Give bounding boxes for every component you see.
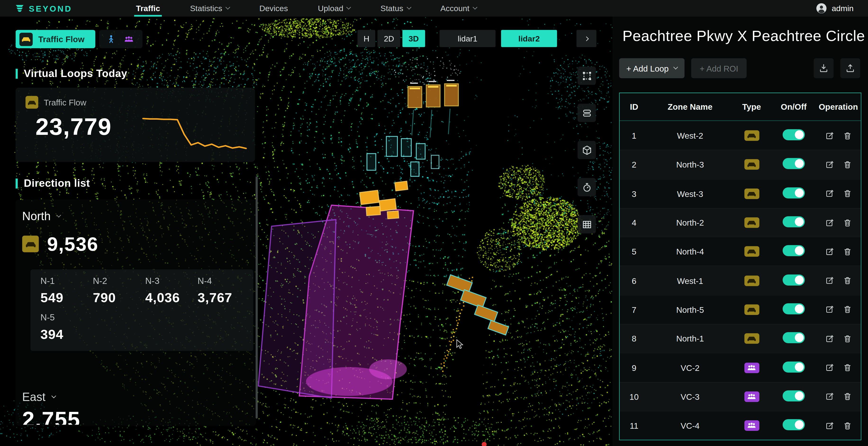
download-icon — [818, 63, 829, 74]
car-icon — [26, 96, 38, 109]
edit-button[interactable] — [825, 160, 834, 170]
type-badge — [744, 246, 759, 257]
export-button[interactable] — [814, 58, 834, 78]
virtual-loops-title: Virtual Loops Today — [24, 67, 127, 80]
trash-icon — [842, 392, 852, 402]
nav-item-label: Traffic — [136, 4, 160, 12]
edit-button[interactable] — [825, 363, 834, 373]
people-icon — [747, 422, 757, 429]
car-icon — [747, 219, 757, 226]
onoff-toggle[interactable] — [783, 216, 805, 228]
delete-button[interactable] — [842, 392, 852, 402]
delete-button[interactable] — [842, 363, 852, 373]
onoff-toggle[interactable] — [783, 245, 805, 257]
onoff-toggle[interactable] — [783, 274, 805, 285]
car-icon — [747, 190, 757, 197]
delete-button[interactable] — [842, 217, 852, 228]
layers-tool-icon[interactable] — [578, 104, 596, 122]
lane-value: 790 — [93, 290, 145, 306]
table-row: 11 VC-4 — [620, 411, 861, 440]
cube-3d-tool-icon[interactable] — [578, 141, 596, 159]
add-loop-button[interactable]: + Add Loop — [619, 58, 685, 78]
edit-icon — [825, 363, 834, 373]
crowd-icon — [124, 35, 134, 43]
class-filter-group — [99, 30, 143, 48]
account-user[interactable]: admin — [816, 3, 854, 14]
edit-button[interactable] — [825, 130, 834, 141]
onoff-toggle[interactable] — [783, 303, 805, 315]
chevron-down-icon — [52, 394, 56, 398]
view-mode-3d-button[interactable]: 3D — [402, 30, 425, 47]
view-mode-h-button[interactable]: H — [358, 30, 375, 47]
onoff-toggle[interactable] — [783, 158, 805, 170]
edit-button[interactable] — [825, 217, 834, 228]
table-row: 5 North-4 — [620, 237, 861, 266]
edit-button[interactable] — [825, 392, 834, 402]
lane-cell: N-2 790 — [93, 276, 145, 305]
traffic-flow-filter-label: Traffic Flow — [38, 34, 84, 44]
nav-item-status[interactable]: Status — [366, 0, 426, 17]
lane-counts-grid: N-1 549 N-2 790 N-3 4,036 N-4 3,767 N-5 … — [31, 269, 253, 351]
car-icon — [747, 161, 757, 168]
intersection-title: Peachtree Pkwy X Peachtree Circle — [622, 28, 868, 45]
zones-table-body: 1 West-2 2 North-3 — [620, 121, 861, 440]
car-icon — [20, 32, 33, 46]
onoff-toggle[interactable] — [783, 390, 805, 402]
nav-item-statistics[interactable]: Statistics — [175, 0, 244, 17]
red-indicator-dot — [482, 442, 487, 446]
onoff-toggle[interactable] — [783, 332, 805, 344]
header-id: ID — [620, 102, 649, 112]
mouse-cursor — [456, 339, 465, 349]
lane-label: N-2 — [93, 276, 145, 286]
roi-polygon-tool-icon[interactable] — [578, 67, 596, 85]
chevron-down-icon — [406, 5, 411, 9]
crowd-filter-button[interactable] — [124, 35, 134, 43]
table-tool-icon[interactable] — [578, 215, 596, 233]
edit-button[interactable] — [825, 304, 834, 315]
expand-panel-button[interactable] — [577, 30, 596, 47]
import-button[interactable] — [840, 58, 860, 78]
delete-button[interactable] — [842, 189, 852, 199]
view-mode-2d-button[interactable]: 2D — [378, 30, 400, 47]
edit-button[interactable] — [825, 334, 834, 344]
delete-button[interactable] — [842, 160, 852, 170]
delete-button[interactable] — [842, 276, 852, 286]
nav-item-account[interactable]: Account — [426, 0, 492, 17]
lidar-button-lidar1[interactable]: lidar1 — [439, 30, 495, 47]
delete-button[interactable] — [842, 421, 852, 430]
row-id: 9 — [620, 363, 649, 372]
edit-icon — [825, 392, 834, 402]
timer-tool-icon[interactable] — [578, 178, 596, 196]
onoff-toggle[interactable] — [783, 419, 805, 430]
onoff-toggle[interactable] — [783, 187, 805, 198]
delete-button[interactable] — [842, 247, 852, 257]
nav-item-traffic[interactable]: Traffic — [121, 0, 175, 17]
delete-button[interactable] — [842, 130, 852, 141]
object-filter-bar: Traffic Flow — [16, 30, 143, 48]
add-roi-button[interactable]: + Add ROI — [691, 58, 746, 78]
edit-button[interactable] — [825, 421, 834, 430]
trash-icon — [842, 304, 852, 315]
zone-name: North-1 — [648, 334, 732, 344]
edit-button[interactable] — [825, 276, 834, 286]
edit-button[interactable] — [825, 189, 834, 199]
delete-button[interactable] — [842, 304, 852, 315]
direction-north-header[interactable]: North — [22, 209, 61, 223]
nav-item-upload[interactable]: Upload — [303, 0, 366, 17]
direction-list-scrollbar[interactable] — [256, 176, 258, 418]
view-mode-group: H2D3D — [358, 30, 425, 47]
table-row: 3 West-3 — [620, 179, 861, 208]
onoff-toggle[interactable] — [783, 361, 805, 372]
pedestrian-filter-button[interactable] — [108, 34, 115, 44]
add-roi-label: + Add ROI — [700, 63, 738, 73]
onoff-toggle[interactable] — [783, 129, 805, 140]
direction-east-header[interactable]: East — [22, 390, 233, 404]
nav-item-devices[interactable]: Devices — [245, 0, 303, 17]
chevron-down-icon — [57, 213, 61, 217]
edit-icon — [825, 189, 834, 199]
edit-button[interactable] — [825, 247, 834, 257]
traffic-flow-filter-button[interactable]: Traffic Flow — [16, 30, 96, 48]
lidar-button-lidar2[interactable]: lidar2 — [501, 30, 557, 47]
row-id: 5 — [620, 247, 649, 257]
delete-button[interactable] — [842, 334, 852, 344]
